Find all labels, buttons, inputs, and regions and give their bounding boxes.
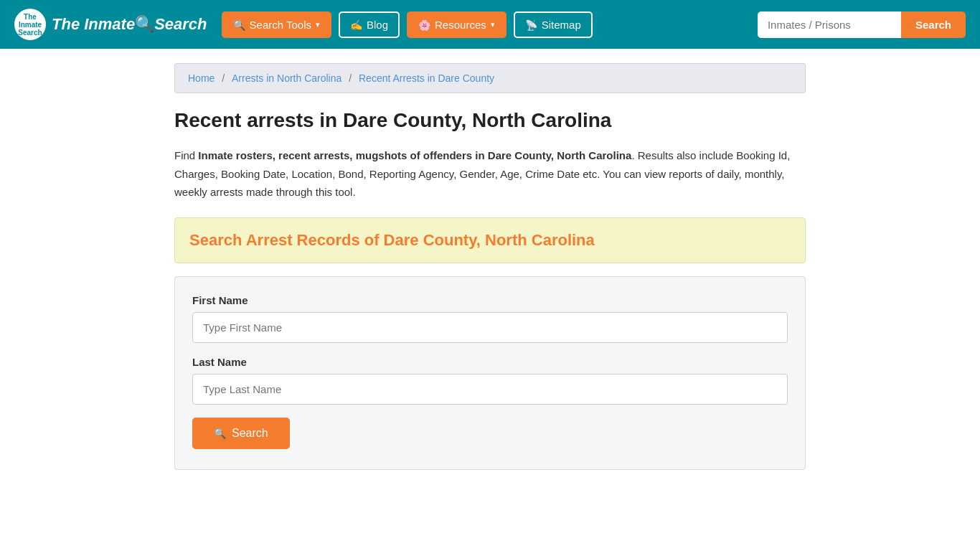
last-name-label: Last Name: [192, 356, 788, 368]
blog-label: Blog: [367, 19, 388, 31]
breadcrumb-recent-dare[interactable]: Recent Arrests in Dare County: [359, 72, 494, 84]
search-section-header: Search Arrest Records of Dare County, No…: [174, 217, 806, 263]
search-submit-icon: [214, 427, 226, 440]
search-submit-label: Search: [232, 427, 268, 440]
resources-button[interactable]: Resources: [407, 11, 507, 38]
first-name-label: First Name: [192, 294, 788, 306]
page-title: Recent arrests in Dare County, North Car…: [174, 109, 806, 132]
last-name-group: Last Name: [192, 356, 788, 405]
resources-icon: [418, 19, 430, 31]
search-tools-label: Search Tools: [250, 19, 311, 31]
first-name-group: First Name: [192, 294, 788, 343]
sitemap-icon: [525, 19, 537, 31]
sitemap-button[interactable]: Sitemap: [514, 11, 593, 38]
last-name-input[interactable]: [192, 374, 788, 405]
search-submit-button[interactable]: Search: [192, 418, 290, 449]
blog-button[interactable]: Blog: [339, 11, 400, 38]
desc-bold: Inmate rosters, recent arrests, mugshots…: [198, 149, 631, 161]
search-section-title: Search Arrest Records of Dare County, No…: [189, 231, 791, 250]
resources-label: Resources: [435, 19, 486, 31]
nav-search-button[interactable]: Search: [901, 11, 966, 38]
desc-prefix: Find: [174, 149, 198, 161]
nav-search-input[interactable]: [758, 11, 901, 38]
search-tools-button[interactable]: Search Tools: [222, 11, 331, 38]
sitemap-label: Sitemap: [542, 19, 581, 31]
breadcrumb-arrests-nc[interactable]: Arrests in North Carolina: [232, 72, 341, 84]
navbar: TheInmateSearch The Inmate🔍Search Search…: [0, 0, 980, 49]
breadcrumb-sep-1: /: [222, 72, 227, 84]
nav-search-button-label: Search: [915, 19, 951, 31]
brand-name: The Inmate🔍Search: [52, 17, 207, 32]
main-content: Home / Arrests in North Carolina / Recen…: [160, 49, 820, 484]
first-name-input[interactable]: [192, 312, 788, 343]
breadcrumb-sep-2: /: [349, 72, 354, 84]
blog-icon: [350, 19, 362, 31]
form-area: First Name Last Name Search: [174, 276, 806, 470]
brand-logo-link[interactable]: TheInmateSearch The Inmate🔍Search: [14, 9, 207, 40]
page-description: Find Inmate rosters, recent arrests, mug…: [174, 146, 806, 202]
breadcrumb: Home / Arrests in North Carolina / Recen…: [174, 63, 806, 93]
brand-search-icon: 🔍: [135, 15, 154, 33]
brand-logo-circle: TheInmateSearch: [14, 9, 46, 40]
search-icon: [233, 19, 245, 31]
breadcrumb-home[interactable]: Home: [188, 72, 215, 84]
nav-search-bar: Search: [758, 11, 966, 38]
